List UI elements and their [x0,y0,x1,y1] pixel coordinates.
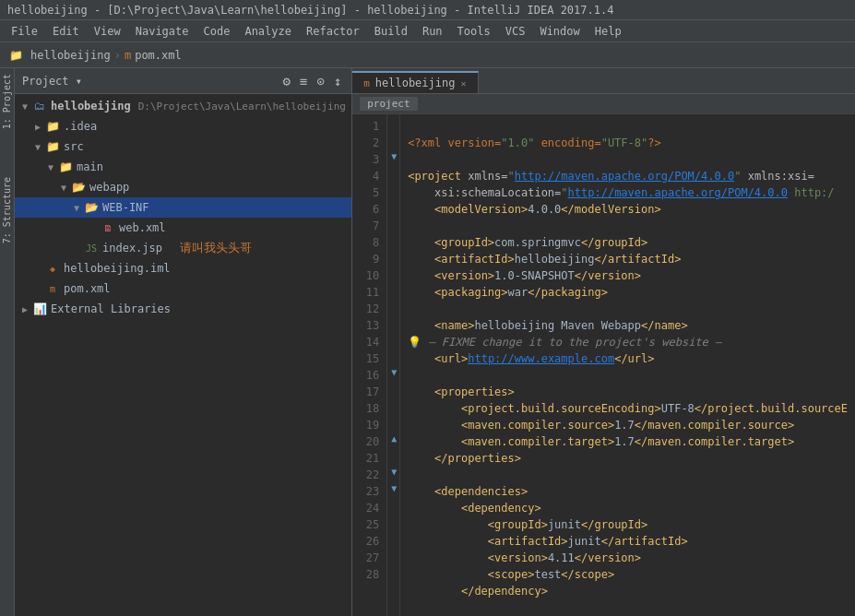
fold-3[interactable]: ▼ [387,148,400,164]
fold-16[interactable]: ▼ [387,363,400,380]
tree-extlibs-label: External Libraries [51,302,171,315]
tab-icon-m: m [363,77,370,89]
breadcrumb-project[interactable]: hellobeijing [30,49,111,62]
menu-navigate[interactable]: Navigate [128,23,196,40]
project-toolbar: Project ▾ ⚙ ≡ ⊙ ↕ [15,68,351,94]
toolbar-btn1[interactable]: ⚙ [279,74,292,89]
code-area[interactable]: 123 456 789 101112 131415 161718 192021 … [352,114,855,616]
project-folder-icon: 🗂 [31,98,48,114]
title-text: hellobeijing - [D:\Project\Java\Learn\he… [7,4,613,17]
tree-extlibs[interactable]: ▶ 📊 External Libraries [15,299,351,319]
toolbar-btn4[interactable]: ↕ [331,74,344,89]
tree-webinf[interactable]: ▼ 📂 WEB-INF [15,197,351,218]
tree-arrow-main[interactable]: ▼ [44,162,57,172]
src-folder-icon: 📁 [44,138,61,155]
pom-icon: m [44,280,61,297]
tree-arrow-webapp[interactable]: ▼ [57,183,70,193]
line-numbers: 123 456 789 101112 131415 161718 192021 … [352,114,387,616]
editor-breadcrumb: project [352,94,855,114]
tree-main[interactable]: ▼ 📁 main [15,157,351,177]
editor-tab-hellobeijing[interactable]: m hellobeijing ✕ [352,71,478,93]
tree-root[interactable]: ▼ 🗂 hellobeijing D:\Project\Java\Learn\h… [15,96,351,116]
fold-22[interactable]: ▼ [387,463,400,480]
tab-close-btn[interactable]: ✕ [460,78,466,89]
tree-arrow-idea[interactable]: ▶ [31,122,44,132]
tree-root-path: D:\Project\Java\Learn\hellobeijing [138,101,346,113]
menu-build[interactable]: Build [367,23,415,40]
tree-src[interactable]: ▼ 📁 src [15,136,351,157]
tree-pom[interactable]: ▶ m pom.xml [15,278,351,299]
tree-indexjsp-label: index.jsp [102,242,162,255]
side-label-structure[interactable]: 7: Structure [0,172,14,249]
menu-view[interactable]: View [87,23,128,40]
menu-window[interactable]: Window [532,23,587,40]
tree-idea-label: .idea [64,120,97,133]
breadcrumb: 📁 hellobeijing › m pom.xml [0,42,855,68]
editor-tabs: m hellobeijing ✕ [352,68,855,94]
tree-root-label: hellobeijing [51,100,131,113]
tree-iml-label: hellobeijing.iml [64,262,171,275]
menu-tools[interactable]: Tools [450,23,498,40]
webinf-folder-icon: 📂 [83,199,100,216]
menu-help[interactable]: Help [588,23,629,40]
fold-column: ▼ ▼ ▲ ▼ ▼ [387,114,400,616]
webxml-icon: 🗎 [100,219,116,236]
main-layout: 1: Project 7: Structure Project ▾ ⚙ ≡ ⊙ … [0,68,855,616]
toolbar-btn3[interactable]: ⊙ [314,74,327,89]
tree-webapp-label: webapp [89,181,129,194]
menu-bar: File Edit View Navigate Code Analyze Ref… [0,20,855,42]
tree-arrow-webinf[interactable]: ▼ [70,203,83,213]
menu-vcs[interactable]: VCS [498,23,533,40]
menu-file[interactable]: File [4,23,45,40]
menu-refactor[interactable]: Refactor [299,23,367,40]
tree-arrow-src[interactable]: ▼ [31,142,44,152]
title-bar: hellobeijing - [D:\Project\Java\Learn\he… [0,0,855,20]
code-content[interactable]: <?xml version="1.0" encoding="UTF-8"?> <… [400,114,855,616]
webapp-folder-icon: 📂 [70,179,87,195]
menu-run[interactable]: Run [415,23,450,40]
fold-20[interactable]: ▲ [387,430,400,446]
project-panel: Project ▾ ⚙ ≡ ⊙ ↕ ▼ 🗂 hellobeijing D:\Pr… [15,68,352,616]
tree-webxml[interactable]: ▶ 🗎 web.xml [15,218,351,238]
tree-pom-label: pom.xml [64,282,111,295]
tree-arrow-extlibs[interactable]: ▶ [18,304,31,314]
editor-tab-label: hellobeijing [375,77,456,89]
tree-webxml-label: web.xml [119,221,166,234]
side-labels: 1: Project 7: Structure [0,68,15,616]
breadcrumb-sep1: › [114,49,121,62]
toolbar-btn2[interactable]: ≡ [297,74,310,89]
tree-main-label: main [77,160,103,173]
tree-webapp[interactable]: ▼ 📂 webapp [15,177,351,197]
breadcrumb-pom[interactable]: pom.xml [135,49,182,62]
project-toolbar-title: Project ▾ [22,75,276,88]
menu-edit[interactable]: Edit [45,23,87,40]
iml-icon: ◈ [44,260,61,277]
file-tree: ▼ 🗂 hellobeijing D:\Project\Java\Learn\h… [15,94,351,616]
editor-breadcrumb-project[interactable]: project [360,97,417,111]
menu-analyze[interactable]: Analyze [237,23,299,40]
tree-src-label: src [64,140,84,153]
indexjsp-icon: JS [83,240,100,256]
tree-webinf-label: WEB-INF [102,201,149,214]
idea-folder-icon: 📁 [44,118,61,135]
menu-code[interactable]: Code [196,23,238,40]
editor-panel: m hellobeijing ✕ project 123 456 789 101… [352,68,855,616]
tree-iml[interactable]: ▶ ◈ hellobeijing.iml [15,258,351,278]
pom-icon: m [125,49,131,62]
extlibs-icon: 📊 [31,301,48,317]
tree-idea[interactable]: ▶ 📁 .idea [15,116,351,136]
tree-arrow-root[interactable]: ▼ [18,101,31,112]
main-folder-icon: 📁 [57,159,74,175]
project-icon: 📁 [7,47,24,64]
fold-23[interactable]: ▼ [387,480,400,496]
side-label-project[interactable]: 1: Project [0,68,14,135]
tree-indexjsp[interactable]: ▶ JS index.jsp [15,238,351,258]
